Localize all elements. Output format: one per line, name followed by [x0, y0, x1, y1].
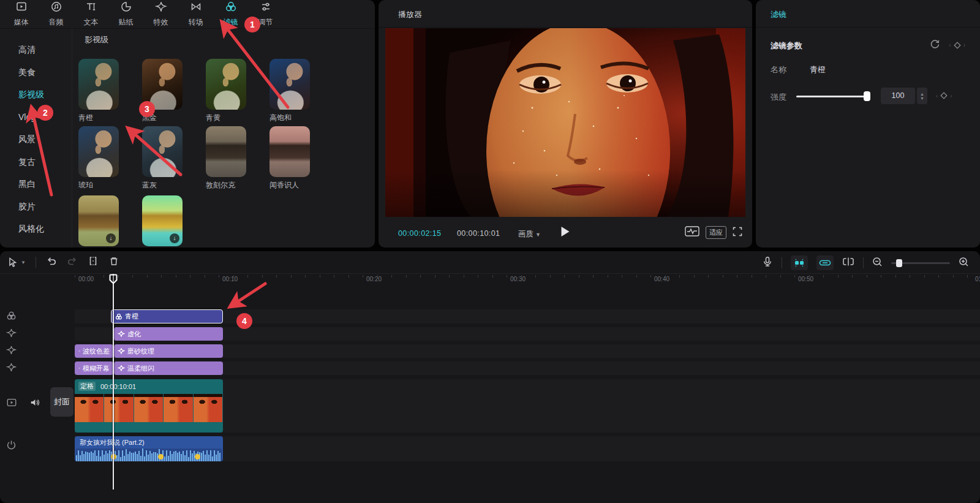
select-tool[interactable]: ▼ — [7, 257, 26, 268]
sidebar-item-cinematic[interactable]: 影视级 — [18, 89, 72, 102]
sidebar-item-vlog[interactable]: Vlog — [18, 112, 72, 125]
filter-card-partial-1[interactable]: ↓ — [78, 195, 119, 246]
fit-button[interactable]: 适应 — [706, 226, 726, 239]
reset-icon[interactable] — [930, 39, 940, 51]
preview-axis-toggle[interactable] — [842, 257, 854, 269]
filter-thumbnail — [142, 59, 183, 110]
strength-slider-track[interactable] — [796, 96, 869, 97]
filter-thumbnail — [78, 59, 119, 110]
record-voiceover-button[interactable] — [762, 256, 773, 270]
tab-label: 滤镜 — [224, 17, 238, 28]
effects-star-icon — [118, 330, 125, 338]
undo-button[interactable] — [46, 255, 57, 269]
filter-card-qinghuang[interactable]: 青黄 — [206, 59, 246, 123]
strength-keyframe-control[interactable]: ‹› — [936, 92, 952, 99]
tab-sticker[interactable]: 贴纸 — [108, 0, 143, 28]
playhead-line[interactable] — [113, 274, 114, 490]
keyframe-control[interactable]: ‹› — [949, 42, 965, 49]
ruler-label-partial: 01:00 — [975, 276, 980, 282]
beat-marker[interactable] — [195, 454, 200, 460]
strength-stepper[interactable]: ▲▼ — [917, 88, 927, 104]
name-label: 名称 — [771, 64, 786, 75]
chevron-down-icon: ▼ — [535, 232, 541, 238]
auto-snap-toggle[interactable] — [791, 255, 808, 270]
sidebar-item-film[interactable]: 胶片 — [18, 202, 72, 214]
sidebar-item-stylized[interactable]: 风格化 — [18, 224, 72, 236]
tab-transition[interactable]: 转场 — [178, 0, 213, 28]
filter-card-partial-2[interactable]: ↓ — [142, 195, 183, 246]
split-button[interactable] — [88, 255, 99, 269]
delete-button[interactable] — [108, 255, 119, 269]
video-filmstrip — [75, 394, 223, 422]
mute-original-icon[interactable] — [6, 440, 17, 453]
sidebar-item-bw[interactable]: 黑白 — [18, 179, 72, 192]
linkage-toggle[interactable] — [816, 255, 834, 270]
filter-card-gaobaohe[interactable]: 高饱和 — [270, 59, 310, 123]
timeline-ruler[interactable]: 00:00 00:10 00:20 00:30 00:40 00:50 01:0… — [0, 273, 980, 284]
fullscreen-icon[interactable] — [733, 227, 742, 239]
sidebar-item-hd[interactable]: 高清 — [18, 45, 72, 58]
strength-value-input[interactable]: 100 — [881, 88, 915, 104]
inspector-tab-filter[interactable]: 滤镜 — [771, 9, 786, 20]
filter-params-title: 滤镜参数 — [771, 40, 802, 51]
play-button[interactable] — [562, 227, 570, 236]
player-title: 播放器 — [398, 9, 422, 20]
timeline-clip-filter-qingcheng[interactable]: 青橙 — [111, 309, 223, 323]
filter-card-dunkirk[interactable]: 敦刻尔克 — [206, 126, 246, 191]
filter-card-scent[interactable]: 闻香识人 — [270, 126, 310, 191]
quality-dropdown[interactable]: 画质▼ — [518, 229, 541, 240]
timeline-clip-effect-blur[interactable]: 虚化 — [114, 327, 223, 341]
player-panel: 播放器 — [379, 0, 752, 248]
timeline-clip-audio[interactable]: 那女孩对我说 (Part.2) — [75, 436, 223, 461]
cover-button[interactable]: 封面 — [50, 387, 74, 417]
tab-media[interactable]: 媒体 — [4, 0, 39, 28]
effects-star-icon — [78, 365, 80, 372]
frame-thumbnail — [164, 394, 192, 422]
strength-label: 强度 — [771, 92, 786, 103]
zoom-slider-handle[interactable] — [896, 259, 902, 267]
playhead-handle[interactable] — [109, 274, 118, 287]
video-track-icon[interactable] — [6, 397, 17, 410]
tab-audio[interactable]: 音频 — [39, 0, 74, 28]
redo-button[interactable] — [67, 255, 78, 269]
strength-slider-handle[interactable] — [864, 91, 870, 101]
zoom-out-button[interactable] — [872, 257, 883, 270]
name-value: 青橙 — [810, 64, 826, 75]
frame-thumbnail — [134, 394, 163, 422]
clip-label: 磨砂纹理 — [127, 347, 154, 356]
filter-card-qingcheng[interactable]: 青橙 — [78, 59, 119, 123]
waveform-toggle-icon[interactable] — [685, 226, 699, 239]
tab-effects[interactable]: 特效 — [143, 0, 178, 28]
link-icon — [819, 259, 831, 267]
sidebar-item-scenery[interactable]: 风景 — [18, 134, 72, 147]
tab-text[interactable]: 文本 — [74, 0, 108, 28]
timeline-clip-effect-soft-glitter[interactable]: 温柔细闪 — [114, 361, 223, 375]
timeline-clip-effect-blur-open[interactable]: 模糊开幕 — [75, 361, 113, 375]
timeline-clip-effect-ripple[interactable]: 波纹色差 — [75, 344, 113, 358]
filter-card-heijin[interactable]: 黑金 — [142, 59, 183, 123]
zoom-in-button[interactable] — [959, 257, 969, 270]
tab-adjust[interactable]: 调节 — [248, 0, 283, 28]
stepper-down-icon[interactable]: ▼ — [920, 96, 924, 100]
timeline-zoom-slider[interactable] — [891, 262, 950, 264]
filter-name: 黑金 — [142, 113, 183, 123]
snap-icon — [794, 259, 805, 267]
filter-card-hupo[interactable]: 琥珀 — [78, 126, 119, 191]
video-still-face — [385, 28, 745, 217]
current-time: 00:00:02:15 — [398, 229, 441, 238]
tab-filter[interactable]: 滤镜 — [213, 0, 248, 28]
filter-card-lanhui[interactable]: 蓝灰 — [142, 126, 183, 191]
track-audio-toggle-icon[interactable] — [29, 397, 40, 410]
timeline-panel: ▼ 00:00 00:10 0 — [0, 251, 980, 503]
effects-star-icon — [78, 347, 80, 355]
timeline-clip-video[interactable]: 定格 00:00:10:01 — [75, 379, 223, 433]
divider — [756, 27, 980, 28]
stepper-up-icon[interactable]: ▲ — [920, 92, 924, 96]
timeline-clip-effect-frosted[interactable]: 磨砂纹理 — [114, 344, 223, 358]
sidebar-item-retro[interactable]: 复古 — [18, 157, 72, 170]
sidebar-item-food[interactable]: 美食 — [18, 67, 72, 80]
video-preview[interactable] — [385, 28, 745, 217]
clip-label: 虚化 — [127, 330, 141, 339]
beat-marker[interactable] — [158, 454, 164, 460]
filter-thumbnail — [142, 126, 183, 177]
